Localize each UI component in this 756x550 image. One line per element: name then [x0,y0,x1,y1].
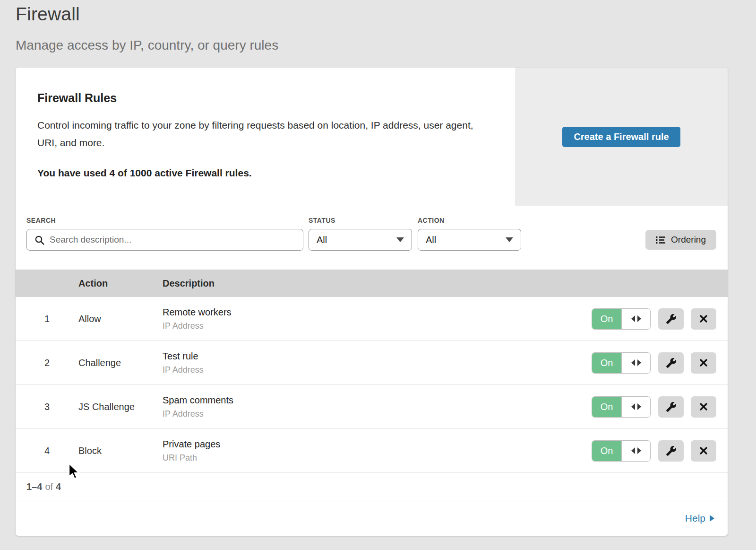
toggle-arrows-icon [621,397,650,417]
page-subtitle: Manage access by IP, country, or query r… [16,38,756,53]
rule-priority: 1 [16,314,78,324]
search-icon [34,235,45,245]
toggle-on-label: On [592,309,621,329]
rule-action: Block [78,445,163,456]
list-icon [656,236,665,244]
rule-description-cell: Test rule IP Address [163,351,592,375]
rule-controls: On [592,352,728,374]
close-icon [698,314,709,324]
intro-description: Control incoming traffic to your zone by… [37,116,482,151]
intro-heading: Firewall Rules [37,91,482,105]
rule-priority: 4 [16,445,78,456]
pagination-total: 4 [56,481,61,492]
wrench-icon [666,445,677,456]
ordering-wrap: Ordering [645,217,716,250]
rule-controls: On [592,308,728,330]
pagination: 1–4 of 4 [16,473,728,501]
page-header: Firewall Manage access by IP, country, o… [0,0,756,53]
search-box [26,229,303,251]
toggle-arrows-icon [621,309,650,329]
ordering-button[interactable]: Ordering [645,230,716,250]
rule-enabled-toggle[interactable]: On [592,352,651,374]
rule-controls: On [592,396,728,418]
intro-text-block: Firewall Rules Control incoming traffic … [16,68,515,206]
wrench-icon [666,314,677,324]
rule-description: Private pages [163,439,592,450]
toggle-on-label: On [592,441,621,461]
help-arrow-icon[interactable] [710,515,714,522]
table-header: Action Description [16,270,728,297]
close-icon [698,402,709,412]
toggle-on-label: On [592,353,621,373]
rule-description: Test rule [163,351,592,362]
rule-priority: 3 [16,402,78,412]
status-filter: STATUS All [309,217,412,251]
filters-bar: SEARCH STATUS All ACTION [16,206,728,270]
edit-rule-button[interactable] [658,308,684,330]
toggle-on-label: On [592,397,621,417]
action-select-value: All [426,235,436,245]
table-row: 4 Block Private pages URI Path On [16,429,728,473]
rule-description: Spam comments [163,395,592,406]
firewall-rules-card: Firewall Rules Control incoming traffic … [16,68,728,536]
create-rule-panel: Create a Firewall rule [515,68,728,206]
page-title: Firewall [16,4,756,25]
close-icon [698,445,709,456]
action-column-header: Action [78,278,163,289]
help-link[interactable]: Help [685,513,705,524]
action-select[interactable]: All [418,229,521,251]
ordering-button-label: Ordering [671,235,706,245]
edit-rule-button[interactable] [658,352,684,374]
close-icon [698,358,709,368]
search-label: SEARCH [26,217,303,224]
rule-action: Challenge [78,358,163,368]
search-input[interactable] [27,229,303,250]
rule-action: JS Challenge [78,402,163,412]
rule-description: Remote workers [163,307,592,318]
status-label: STATUS [309,217,412,224]
toggle-arrows-icon [621,441,650,461]
action-label: ACTION [418,217,521,224]
usage-summary: You have used 4 of 1000 active Firewall … [37,167,482,179]
rule-description-cell: Remote workers IP Address [163,307,592,331]
action-filter: ACTION All [418,217,521,251]
chevron-down-icon [396,237,404,242]
search-filter: SEARCH [26,217,303,251]
table-row: 2 Challenge Test rule IP Address On [16,341,728,385]
wrench-icon [666,402,677,412]
delete-rule-button[interactable] [691,308,716,330]
rule-description-cell: Private pages URI Path [163,439,592,463]
pagination-range: 1–4 [26,481,42,492]
delete-rule-button[interactable] [691,440,716,462]
rule-enabled-toggle[interactable]: On [592,396,651,418]
create-firewall-rule-button[interactable]: Create a Firewall rule [562,127,680,147]
rule-enabled-toggle[interactable]: On [592,308,651,330]
intro-section: Firewall Rules Control incoming traffic … [16,68,728,206]
table-row: 1 Allow Remote workers IP Address On [16,297,728,341]
status-select[interactable]: All [309,229,412,251]
firewall-page: Firewall Manage access by IP, country, o… [0,0,756,550]
delete-rule-button[interactable] [691,396,716,418]
rule-description-cell: Spam comments IP Address [163,395,592,419]
rule-priority: 2 [16,358,78,368]
delete-rule-button[interactable] [691,352,716,374]
rule-field: IP Address [163,365,592,375]
pagination-of: of [45,481,53,492]
rule-field: IP Address [163,409,592,419]
rule-controls: On [592,440,728,462]
wrench-icon [666,358,677,368]
edit-rule-button[interactable] [658,396,684,418]
rule-field: URI Path [163,453,592,463]
rule-field: IP Address [163,321,592,331]
status-select-value: All [317,235,327,245]
rule-action: Allow [78,314,163,324]
edit-rule-button[interactable] [658,440,684,462]
toggle-arrows-icon [621,353,650,373]
rule-enabled-toggle[interactable]: On [592,440,651,462]
chevron-down-icon [506,237,513,242]
help-row: Help [16,501,728,535]
table-row: 3 JS Challenge Spam comments IP Address … [16,385,728,429]
description-column-header: Description [163,278,728,289]
